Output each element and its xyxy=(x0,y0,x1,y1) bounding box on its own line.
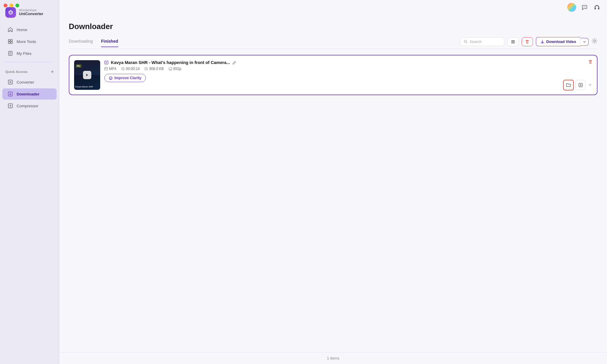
tab-bar: Downloading Finished Search xyxy=(69,37,598,49)
size-meta: 908.0 KB xyxy=(144,67,164,71)
play-overlay xyxy=(83,71,91,79)
svg-rect-3 xyxy=(11,42,12,44)
svg-rect-15 xyxy=(511,41,515,42)
improve-clarity-label: Improve Clarity xyxy=(114,76,141,80)
sidebar-divider xyxy=(5,62,54,62)
converter-label: Converter xyxy=(17,80,34,84)
minimize-button[interactable] xyxy=(9,4,13,7)
format-icon xyxy=(104,67,108,71)
video-type-icon xyxy=(104,60,108,65)
sidebar-item-home[interactable]: Home xyxy=(2,24,57,35)
improve-clarity-button[interactable]: Improve Clarity xyxy=(104,74,146,82)
card-actions xyxy=(563,60,593,90)
video-meta: MP4 00:00:14 908.0 K xyxy=(104,67,592,71)
maximize-button[interactable] xyxy=(15,4,19,7)
downloader-icon xyxy=(8,91,13,97)
duration-icon xyxy=(121,67,125,71)
svg-point-9 xyxy=(584,7,585,7)
video-card: IPL Kavya Maran SHR Kavya Maran SHR - Wh… xyxy=(69,55,598,95)
sidebar-item-compressor[interactable]: Compressor xyxy=(2,100,57,111)
search-box[interactable]: Search xyxy=(460,37,504,46)
card-dropdown-button[interactable] xyxy=(587,82,593,88)
svg-rect-21 xyxy=(169,68,172,70)
card-delete-button[interactable] xyxy=(588,60,593,66)
svg-rect-1 xyxy=(11,39,12,41)
quick-access-section: Quick Access + xyxy=(0,64,59,76)
download-icon xyxy=(540,40,544,44)
svg-rect-0 xyxy=(8,39,10,41)
resolution-icon xyxy=(169,67,172,71)
sidebar: Wondershare UniConverter Home More Tools… xyxy=(0,0,59,364)
chat-icon-button[interactable] xyxy=(580,3,589,12)
footer: 1 items xyxy=(59,352,607,364)
home-icon xyxy=(8,27,13,32)
sidebar-item-more-tools[interactable]: More Tools xyxy=(2,36,57,47)
svg-point-24 xyxy=(111,77,112,78)
open-folder-button[interactable] xyxy=(563,80,574,90)
thumbnail-text: Kavya Maran SHR xyxy=(75,86,99,88)
download-video-group: Download Video xyxy=(536,37,589,46)
search-placeholder: Search xyxy=(469,39,482,44)
my-files-label: My Files xyxy=(17,51,31,56)
svg-rect-16 xyxy=(511,43,515,43)
export-button[interactable] xyxy=(576,80,586,90)
avatar[interactable] xyxy=(567,3,576,12)
resolution-meta: 852p xyxy=(169,67,181,71)
resolution-value: 852p xyxy=(173,67,181,71)
items-count: 1 items xyxy=(327,356,339,360)
sidebar-item-downloader[interactable]: Downloader xyxy=(2,88,57,100)
grid-icon xyxy=(8,39,13,44)
app-name-label: UniConverter xyxy=(19,12,43,16)
svg-rect-2 xyxy=(8,42,10,44)
video-title-row: Kavya Maran SHR - What's happening in fr… xyxy=(104,60,592,65)
delete-all-button[interactable] xyxy=(522,37,533,46)
app-logo: Wondershare UniConverter xyxy=(0,5,59,24)
duration-meta: 00:00:14 xyxy=(121,67,140,71)
headset-icon-button[interactable] xyxy=(593,3,601,12)
main-area: Downloader Downloading Finished Search xyxy=(59,0,607,364)
traffic-lights xyxy=(4,4,19,7)
duration-value: 00:00:14 xyxy=(126,67,140,71)
compressor-icon xyxy=(8,103,13,108)
tabs: Downloading Finished xyxy=(69,39,118,47)
list-view-button[interactable] xyxy=(507,37,519,46)
video-title: Kavya Maran SHR - What's happening in fr… xyxy=(111,60,230,65)
sidebar-item-my-files[interactable]: My Files xyxy=(2,48,57,59)
close-button[interactable] xyxy=(4,4,7,7)
page-title: Downloader xyxy=(69,22,598,31)
download-video-label: Download Video xyxy=(546,39,576,44)
video-thumbnail: IPL Kavya Maran SHR xyxy=(74,60,100,90)
more-tools-label: More Tools xyxy=(17,39,36,44)
tab-downloading[interactable]: Downloading xyxy=(69,39,93,47)
improve-clarity-icon xyxy=(109,76,113,80)
tab-finished[interactable]: Finished xyxy=(101,39,118,47)
add-quick-access-button[interactable]: + xyxy=(51,69,54,74)
compressor-label: Compressor xyxy=(17,104,39,108)
home-label: Home xyxy=(17,28,27,32)
svg-rect-14 xyxy=(511,40,515,41)
size-icon xyxy=(144,67,148,71)
svg-point-10 xyxy=(585,7,586,7)
download-video-button[interactable]: Download Video xyxy=(536,37,580,46)
download-video-dropdown-button[interactable] xyxy=(580,38,589,46)
svg-point-17 xyxy=(594,40,595,42)
settings-button[interactable] xyxy=(592,38,598,45)
svg-point-23 xyxy=(110,77,111,78)
logo-icon xyxy=(5,7,16,18)
page-content: Downloader Downloading Finished Search xyxy=(59,15,607,352)
file-icon xyxy=(8,51,13,56)
converter-icon xyxy=(8,79,13,85)
search-icon xyxy=(464,40,468,44)
edit-icon[interactable] xyxy=(232,61,236,65)
downloader-label: Downloader xyxy=(17,92,39,96)
svg-point-8 xyxy=(583,7,584,7)
sidebar-item-converter[interactable]: Converter xyxy=(2,76,57,88)
video-info: Kavya Maran SHR - What's happening in fr… xyxy=(104,60,592,82)
quick-access-label: Quick Access xyxy=(5,70,28,74)
chevron-down-icon xyxy=(583,40,586,43)
topbar xyxy=(59,0,607,15)
tab-actions: Search xyxy=(460,37,598,49)
format-value: MP4 xyxy=(109,67,116,71)
format-meta: MP4 xyxy=(104,67,116,71)
size-value: 908.0 KB xyxy=(149,67,164,71)
